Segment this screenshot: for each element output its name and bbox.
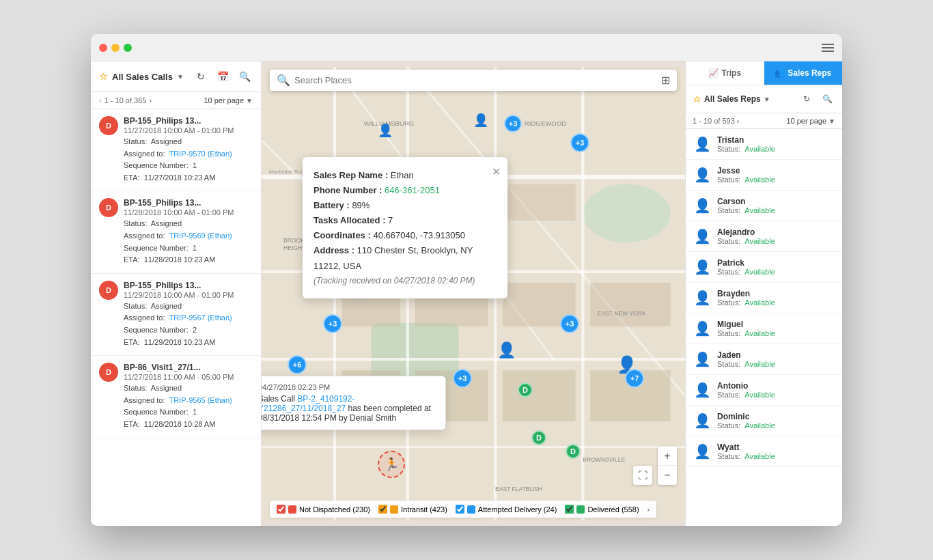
map-cluster-6[interactable]: +6 — [288, 355, 307, 374]
runner-marker-2[interactable]: 🏃 — [378, 451, 405, 478]
call-meta: Status: Assigned Assigned to: TRIP-9565 … — [124, 382, 253, 430]
sales-calls-title: ☆ All Sales Calls ▼ — [99, 71, 184, 82]
rep-item[interactable]: 👤 Jesse Status: Available — [686, 160, 842, 191]
call-title: BP-155_Philips 13... — [124, 198, 253, 208]
map-cluster-3a[interactable]: +3 — [323, 314, 342, 333]
right-panel: 📈 Trips 👥 Sales Reps ☆ All Sales Reps ▼ … — [685, 61, 842, 526]
legend-intransit-checkbox[interactable] — [378, 505, 387, 514]
map-cluster-7[interactable]: +7 — [625, 369, 644, 388]
legend-not-dispatched-checkbox[interactable] — [277, 505, 286, 514]
call-trip-link[interactable]: TRIP-9570 (Ethan) — [169, 150, 232, 158]
rep-avatar: 👤 — [693, 350, 712, 369]
map-marker-person-2[interactable]: 👤 — [473, 113, 488, 128]
call-trip-link[interactable]: TRIP-9567 (Ethan) — [169, 313, 232, 322]
reps-list: 👤 Tristan Status: Available 👤 Jesse Stat… — [686, 129, 842, 526]
rep-name: Tristan — [717, 135, 835, 145]
app-window: ☆ All Sales Calls ▼ ↻ 📅 🔍 ‹ 1 - 10 of 36… — [91, 34, 842, 526]
map-d-2[interactable]: D — [518, 382, 533, 397]
call-date: 11/28/2018 10:00 AM - 01:00 PM — [124, 208, 253, 216]
rep-item[interactable]: 👤 Jaden Status: Available — [686, 344, 842, 375]
star-icon[interactable]: ☆ — [99, 71, 108, 82]
rep-item[interactable]: 👤 Carson Status: Available — [686, 191, 842, 221]
per-page-label: 10 per page — [204, 96, 244, 104]
call-detail: BP-155_Philips 13... 11/29/2018 10:00 AM… — [124, 281, 253, 348]
sales-call-item[interactable]: D BP-155_Philips 13... 11/28/2018 10:00 … — [91, 191, 261, 273]
rep-status: Status: Available — [717, 329, 835, 337]
tab-trips[interactable]: 📈 Trips — [686, 61, 764, 85]
reps-search-icon[interactable]: 🔍 — [819, 91, 835, 107]
search-icon: 🔍 — [277, 74, 290, 87]
rep-item[interactable]: 👤 Tristan Status: Available — [686, 129, 842, 160]
chevron-down-icon[interactable]: ▼ — [177, 73, 184, 81]
map-cluster-1[interactable]: +3 — [504, 115, 522, 132]
rep-status: Status: Available — [717, 268, 835, 276]
map-d-3[interactable]: D — [566, 444, 581, 459]
map-d-4[interactable]: D — [531, 430, 546, 445]
reps-next-icon[interactable]: › — [737, 117, 740, 125]
maximize-button[interactable] — [124, 44, 132, 52]
call-detail: BP-155_Philips 13... 11/27/2018 10:00 AM… — [124, 116, 253, 184]
sales-calls-label: All Sales Calls — [112, 72, 173, 82]
rep-item[interactable]: 👤 Miguel Status: Available — [686, 313, 842, 344]
call-meta: Status: Assigned Assigned to: TRIP-9570 … — [124, 136, 253, 184]
reps-per-page-select[interactable]: 10 per page ▼ — [786, 117, 835, 125]
menu-icon[interactable] — [822, 44, 834, 52]
reps-chevron-icon[interactable]: ▼ — [764, 96, 770, 103]
sales-call-item[interactable]: D BP-86_Visit1_27/1... 11/27/2018 11:00 … — [91, 356, 261, 438]
popup-close-icon[interactable]: ✕ — [492, 163, 501, 181]
map-layers-icon[interactable]: ⊞ — [661, 74, 670, 87]
map-cluster-3b[interactable]: +3 — [453, 369, 472, 388]
rep-item[interactable]: 👤 Wyatt Status: Available — [686, 436, 842, 467]
rep-avatar: 👤 — [693, 319, 712, 338]
next-page-btn[interactable]: › — [149, 96, 152, 104]
legend-expand-icon[interactable]: › — [647, 505, 650, 514]
call-trip-link[interactable]: TRIP-9569 (Ethan) — [169, 232, 232, 240]
tab-sales-reps[interactable]: 👥 Sales Reps — [764, 61, 843, 85]
refresh-icon[interactable]: ↻ — [193, 68, 209, 85]
map-cluster-3c[interactable]: +3 — [560, 314, 579, 333]
reps-per-page-label: 10 per page — [786, 117, 826, 125]
trips-icon: 📈 — [708, 68, 719, 78]
call-trip-link[interactable]: TRIP-9565 (Ethan) — [169, 396, 232, 404]
popup-phone-link[interactable]: 646-361-2051 — [385, 185, 440, 195]
close-button[interactable] — [99, 44, 107, 52]
rep-name: Alejandro — [717, 227, 835, 237]
call-date: 11/27/2018 11:00 AM - 05:00 PM — [124, 373, 253, 381]
legend-not-dispatched-dot — [288, 505, 296, 514]
rep-item[interactable]: 👤 Alejandro Status: Available — [686, 221, 842, 252]
call-avatar: D — [99, 198, 118, 217]
map-marker-person[interactable]: 👤 — [378, 123, 393, 138]
minimize-button[interactable] — [111, 44, 120, 52]
fullscreen-icon[interactable]: ⛶ — [633, 466, 652, 485]
notification-link[interactable]: BP-2_4109192-Y21286_27/11/2018_27 — [262, 394, 354, 413]
popup-phone: Phone Number : 646-361-2051 — [314, 183, 497, 198]
rep-status: Status: Available — [717, 391, 835, 399]
sales-call-item[interactable]: D BP-155_Philips 13... 11/29/2018 10:00 … — [91, 274, 261, 356]
rep-item[interactable]: 👤 Patrick Status: Available — [686, 252, 842, 283]
rep-item[interactable]: 👤 Antonio Status: Available — [686, 375, 842, 406]
rep-item[interactable]: 👤 Brayden Status: Available — [686, 283, 842, 313]
rep-info: Carson Status: Available — [717, 197, 835, 214]
per-page-select[interactable]: 10 per page ▼ — [204, 96, 253, 104]
map-cluster-top-right[interactable]: +3 — [570, 133, 589, 152]
reps-star-icon[interactable]: ☆ — [693, 94, 701, 104]
map-marker-blue-r[interactable]: 👤 — [497, 341, 516, 359]
sales-call-item[interactable]: D BP-155_Philips 13... 11/27/2018 10:00 … — [91, 109, 261, 191]
reps-refresh-icon[interactable]: ↻ — [798, 91, 815, 107]
svg-rect-21 — [590, 283, 671, 326]
left-panel-header: ☆ All Sales Calls ▼ ↻ 📅 🔍 — [91, 61, 261, 92]
zoom-out-button[interactable]: − — [658, 466, 677, 485]
zoom-in-button[interactable]: + — [658, 447, 677, 466]
rep-info: Jaden Status: Available — [717, 350, 835, 368]
calendar-icon[interactable]: 📅 — [214, 68, 231, 85]
prev-page-btn[interactable]: ‹ — [99, 96, 102, 104]
legend-delivered-checkbox[interactable] — [565, 505, 574, 514]
call-detail: BP-155_Philips 13... 11/28/2018 10:00 AM… — [124, 198, 253, 266]
legend-attempted-checkbox[interactable] — [456, 505, 464, 514]
popup-tracking: (Tracking received on 04/27/2018 02:40 P… — [314, 274, 497, 288]
rep-item[interactable]: 👤 Dominic Status: Available — [686, 406, 842, 436]
map-search-input[interactable] — [294, 75, 654, 85]
rep-avatar: 👤 — [693, 257, 712, 277]
search-icon[interactable]: 🔍 — [236, 68, 253, 85]
legend-intransit: Intransit (423) — [378, 505, 447, 514]
